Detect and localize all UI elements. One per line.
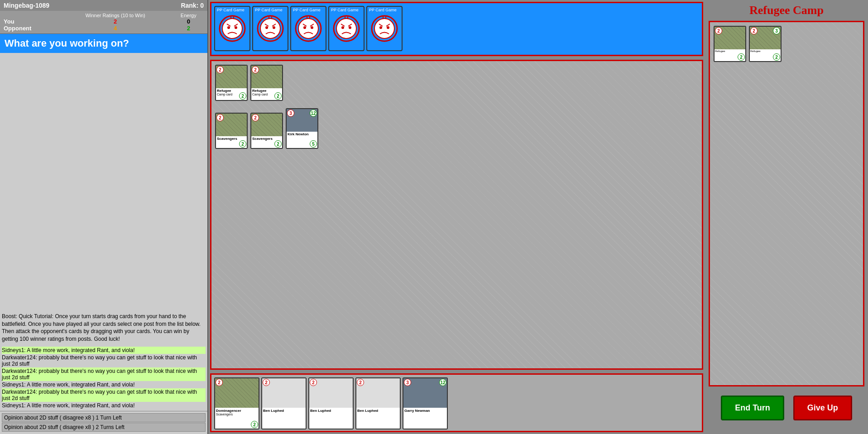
working-on-bar[interactable]: What are you working on? xyxy=(0,34,207,53)
col-winner-ratings: Winner Ratings (10 to Win) xyxy=(58,13,173,18)
opp-card-label-4: PP Card Game xyxy=(331,8,359,12)
pfc3-tr: 12 xyxy=(310,110,317,117)
phc3-info: Ben Luphed xyxy=(309,408,353,429)
score-table: Winner Ratings (10 to Win) Energy You 2 … xyxy=(0,11,207,34)
left-panel: Mingebag-1089 Rank: 0 Winner Ratings (10… xyxy=(0,0,208,434)
angry-face-icon-4 xyxy=(333,15,360,42)
pfc2-stat: 2 xyxy=(274,140,282,148)
working-area xyxy=(0,53,207,311)
chat-message-1: Sidneys1: A little more work, integrated… xyxy=(2,347,206,354)
working-on-text: What are you working on? xyxy=(5,38,129,49)
rc2-cost: 2 xyxy=(750,27,758,34)
svg-point-20 xyxy=(303,26,306,29)
svg-point-28 xyxy=(341,26,344,29)
pfc1-cost: 2 xyxy=(216,114,224,121)
svg-point-12 xyxy=(265,26,268,29)
svg-point-13 xyxy=(273,26,275,29)
right-panel: Refugee Camp 2 Refugee 2 2 3 Refugee 2 E… xyxy=(705,0,868,434)
angry-face-icon-5 xyxy=(371,15,398,42)
end-turn-button[interactable]: End Turn xyxy=(721,396,784,420)
task-item-1[interactable]: Opinion about 2D stuff ( disagree x8 ) 1… xyxy=(2,413,206,422)
opp-card1-cost: 2 xyxy=(216,66,224,73)
refugee-camp-area: 2 Refugee 2 2 3 Refugee 2 xyxy=(709,21,864,386)
phc5-tr: 12 xyxy=(439,379,446,386)
rc2-tr: 3 xyxy=(773,27,780,34)
opp-card-label-1: PP Card Game xyxy=(217,8,245,12)
player-field-card-2[interactable]: 2 Scavengers 2 xyxy=(250,113,283,149)
opp-card-label-2: PP Card Game xyxy=(255,8,283,12)
chat-message-3: Darkwater124: probably but there's no wa… xyxy=(2,367,206,381)
refugee-camp-title: Refugee Camp xyxy=(705,0,868,21)
player-hand-card-5[interactable]: 3 12 Garry Newman xyxy=(403,377,448,429)
rc1-cost: 2 xyxy=(715,27,722,34)
opp-score: 4 xyxy=(58,25,173,32)
svg-point-33 xyxy=(374,19,394,38)
phc5-info: Garry Newman xyxy=(403,408,447,429)
pfc1-stat: 2 xyxy=(239,140,246,148)
phc5-cost: 3 xyxy=(404,379,411,386)
chat-area: Sidneys1: A little more work, integrated… xyxy=(0,345,207,411)
opp-card2-stat: 2 xyxy=(274,92,282,100)
you-label: You xyxy=(4,18,58,25)
svg-point-36 xyxy=(379,26,382,29)
opp-card-label-3: PP Card Game xyxy=(293,8,321,12)
you-energy: 0 xyxy=(173,18,204,25)
svg-point-21 xyxy=(311,26,313,29)
opponent-card-2: PP Card Game xyxy=(252,6,288,51)
rc1-stat: 2 xyxy=(738,53,745,61)
pfc2-cost: 2 xyxy=(252,114,259,121)
chat-message-4: Sidneys1: A little more work, integrated… xyxy=(2,381,206,388)
chat-message-6: Sidneys1: A little more work, integrated… xyxy=(2,402,206,409)
opponent-card-3: PP Card Game xyxy=(290,6,326,51)
svg-point-5 xyxy=(235,26,237,29)
you-score: 2 xyxy=(58,18,173,25)
action-buttons: End Turn Give Up xyxy=(705,386,868,434)
player-hand-card-3[interactable]: 2 Ben Luphed xyxy=(308,377,354,429)
refugee-card-2[interactable]: 2 3 Refugee 2 xyxy=(749,26,782,62)
rc2-stat: 2 xyxy=(773,53,780,61)
phc4-cost: 2 xyxy=(357,379,364,386)
pfc3-stat: 5 xyxy=(310,140,317,148)
player-field-card-1[interactable]: 2 Scavengers 2 xyxy=(215,113,248,149)
username: Mingebag-1089 xyxy=(4,2,49,9)
task-item-2[interactable]: Opinion about 2D stuff ( disagree x8 ) 2… xyxy=(2,423,206,432)
player-hand: 2 Dominagencer Scavengers 2 2 Ben Luphed… xyxy=(210,373,703,432)
player-hand-card-4[interactable]: 2 Ben Luphed xyxy=(355,377,401,429)
angry-face-icon-3 xyxy=(295,15,322,42)
task-list: Opinion about 2D stuff ( disagree x8 ) 1… xyxy=(0,411,207,434)
chat-message-5: Darkwater124: probably but there's no wa… xyxy=(2,388,206,402)
refugee-card-1[interactable]: 2 Refugee 2 xyxy=(714,26,746,62)
pfc3-cost: 3 xyxy=(287,110,294,117)
phc2-info: Ben Luphed xyxy=(262,408,306,429)
phc1-cost: 2 xyxy=(216,379,223,386)
opp-card1-stat: 2 xyxy=(239,92,246,100)
svg-point-17 xyxy=(298,19,318,38)
player-field-card-3[interactable]: 3 12 Kirk Newton 5 xyxy=(286,108,318,149)
angry-face-icon-1 xyxy=(219,15,246,42)
opponent-card-4: PP Card Game xyxy=(328,6,364,51)
svg-point-29 xyxy=(349,26,351,29)
opp-energy: 2 xyxy=(173,25,204,32)
svg-point-9 xyxy=(260,19,280,38)
player-hand-card-2[interactable]: 2 Ben Luphed xyxy=(261,377,307,429)
opp-field-card-1[interactable]: 2 Refugee Camp card 2 xyxy=(215,65,248,101)
phc2-cost: 2 xyxy=(263,379,270,386)
header-bar: Mingebag-1089 Rank: 0 xyxy=(0,0,207,11)
player-hand-card-1[interactable]: 2 Dominagencer Scavengers 2 xyxy=(214,377,259,429)
svg-point-1 xyxy=(222,19,242,38)
give-up-button[interactable]: Give Up xyxy=(793,396,852,420)
opp-card2-cost: 2 xyxy=(252,66,259,73)
opponent-card-5: PP Card Game xyxy=(366,6,403,51)
opponent-card-1: PP Card Game xyxy=(214,6,250,51)
center-panel: PP Card Game PP Card Game xyxy=(208,0,705,434)
phc3-cost: 2 xyxy=(310,379,317,386)
opp-label: Opponent xyxy=(4,25,58,32)
opponent-field: 2 Refugee Camp card 2 2 Refugee Camp car… xyxy=(211,61,702,105)
col-energy: Energy xyxy=(173,13,204,18)
opp-field-card-2[interactable]: 2 Refugee Camp card 2 xyxy=(250,65,283,101)
phc1-stat: 2 xyxy=(251,421,258,428)
phc4-info: Ben Luphed xyxy=(356,408,400,429)
opp-card-label-5: PP Card Game xyxy=(369,8,397,12)
angry-face-icon-2 xyxy=(257,15,284,42)
boost-message: Boost: Quick Tutorial: Once your turn st… xyxy=(0,311,207,345)
